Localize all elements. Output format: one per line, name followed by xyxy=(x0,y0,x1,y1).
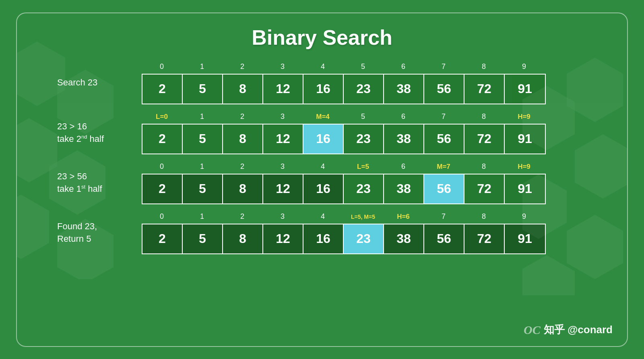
cell-2-8: 72 xyxy=(464,174,505,203)
cell-0-5: 23 xyxy=(344,75,384,104)
cell-1-1: 5 xyxy=(183,125,223,154)
content-area: Search 23 0 1 2 3 4 5 6 7 8 9 2 5 8 xyxy=(33,62,611,254)
index-3-2: 2 xyxy=(222,212,262,222)
index-0-2: 2 xyxy=(222,62,262,72)
cell-0-6: 38 xyxy=(384,75,424,104)
index-0-3: 3 xyxy=(262,62,303,72)
row-label-3: Found 23,Return 5 xyxy=(57,220,130,245)
index-2-1: 1 xyxy=(182,162,222,172)
index-0-8: 8 xyxy=(464,62,504,72)
cell-3-2: 8 xyxy=(223,224,263,253)
cell-1-3: 12 xyxy=(263,125,303,154)
index-3-6: H=6 xyxy=(383,212,423,222)
cell-0-8: 72 xyxy=(464,75,505,104)
svg-text:OC: OC xyxy=(524,323,541,336)
index-1-7: 7 xyxy=(423,112,464,122)
watermark: OC 知乎 @conard xyxy=(523,321,613,339)
cell-2-0: 2 xyxy=(142,174,183,203)
cell-1-2: 8 xyxy=(223,125,263,154)
row-group-1: 23 > 16take 2nd half L=0 1 2 3 M=4 5 6 7… xyxy=(57,112,546,154)
index-1-1: 1 xyxy=(182,112,222,122)
index-0-4: 4 xyxy=(303,62,343,72)
cell-3-1: 5 xyxy=(183,224,223,253)
cell-3-5: 23 xyxy=(344,224,384,253)
cell-2-2: 8 xyxy=(223,174,263,203)
index-3-3: 3 xyxy=(262,212,303,222)
index-3-8: 8 xyxy=(464,212,504,222)
index-2-9: H=9 xyxy=(504,162,544,172)
cells-row-1: 2 5 8 12 16 23 38 56 72 91 xyxy=(142,124,546,154)
index-2-2: 2 xyxy=(222,162,262,172)
svg-marker-11 xyxy=(522,255,575,295)
cell-3-8: 72 xyxy=(464,224,505,253)
index-0-9: 9 xyxy=(504,62,544,72)
index-2-7: M=7 xyxy=(423,162,464,172)
row-label-2: 23 > 56take 1st half xyxy=(57,170,130,195)
index-3-9: 9 xyxy=(504,212,544,222)
index-1-4: M=4 xyxy=(303,112,343,122)
index-1-8: 8 xyxy=(464,112,504,122)
cell-2-7: 56 xyxy=(424,174,464,203)
cell-1-9: 91 xyxy=(505,125,545,154)
index-1-9: H=9 xyxy=(504,112,544,122)
cell-0-2: 8 xyxy=(223,75,263,104)
index-2-0: 0 xyxy=(142,162,182,172)
index-row-0: 0 1 2 3 4 5 6 7 8 9 xyxy=(142,62,546,72)
array-block-3: 0 1 2 3 4 L=5, M=5 H=6 7 8 9 2 5 8 12 16 xyxy=(142,212,546,254)
row-label-1: 23 > 16take 2nd half xyxy=(57,120,130,145)
cell-1-7: 56 xyxy=(424,125,464,154)
cells-row-3: 2 5 8 12 16 23 38 56 72 91 xyxy=(142,224,546,254)
cell-1-6: 38 xyxy=(384,125,424,154)
index-3-7: 7 xyxy=(423,212,464,222)
cell-3-9: 91 xyxy=(505,224,545,253)
index-row-3: 0 1 2 3 4 L=5, M=5 H=6 7 8 9 xyxy=(142,212,546,222)
index-1-6: 6 xyxy=(383,112,423,122)
cell-2-3: 12 xyxy=(263,174,303,203)
cell-0-9: 91 xyxy=(505,75,545,104)
index-0-0: 0 xyxy=(142,62,182,72)
index-2-6: 6 xyxy=(383,162,423,172)
index-0-5: 5 xyxy=(343,62,383,72)
cell-1-0: 2 xyxy=(142,125,183,154)
index-3-1: 1 xyxy=(182,212,222,222)
index-2-8: 8 xyxy=(464,162,504,172)
index-1-3: 3 xyxy=(262,112,303,122)
cell-3-7: 56 xyxy=(424,224,464,253)
cell-0-7: 56 xyxy=(424,75,464,104)
index-3-0: 0 xyxy=(142,212,182,222)
cell-2-1: 5 xyxy=(183,174,223,203)
cell-3-0: 2 xyxy=(142,224,183,253)
index-1-5: 5 xyxy=(343,112,383,122)
cells-row-0: 2 5 8 12 16 23 38 56 72 91 xyxy=(142,74,546,104)
watermark-text: 知乎 @conard xyxy=(544,323,613,337)
page-title: Binary Search xyxy=(252,25,392,50)
row-group-0: Search 23 0 1 2 3 4 5 6 7 8 9 2 5 8 xyxy=(57,62,546,104)
index-2-5: L=5 xyxy=(343,162,383,172)
cell-2-5: 23 xyxy=(344,174,384,203)
cell-3-4: 16 xyxy=(303,224,344,253)
cell-0-1: 5 xyxy=(183,75,223,104)
cell-0-4: 16 xyxy=(303,75,344,104)
row-group-3: Found 23,Return 5 0 1 2 3 4 L=5, M=5 H=6… xyxy=(57,212,546,254)
row-group-2: 23 > 56take 1st half 0 1 2 3 4 L=5 6 M=7… xyxy=(57,162,546,204)
index-2-4: 4 xyxy=(303,162,343,172)
index-1-2: 2 xyxy=(222,112,262,122)
index-2-3: 3 xyxy=(262,162,303,172)
array-block-2: 0 1 2 3 4 L=5 6 M=7 8 H=9 2 5 8 12 16 xyxy=(142,162,546,204)
array-block-0: 0 1 2 3 4 5 6 7 8 9 2 5 8 12 16 xyxy=(142,62,546,104)
index-3-5: L=5, M=5 xyxy=(343,212,383,222)
index-3-4: 4 xyxy=(303,212,343,222)
cell-0-0: 2 xyxy=(142,75,183,104)
cell-2-6: 38 xyxy=(384,174,424,203)
index-0-1: 1 xyxy=(182,62,222,72)
cell-2-4: 16 xyxy=(303,174,344,203)
cell-1-8: 72 xyxy=(464,125,505,154)
main-card: Binary Search Search 23 0 1 2 3 4 5 6 7 … xyxy=(16,12,628,347)
cell-3-6: 38 xyxy=(384,224,424,253)
index-row-1: L=0 1 2 3 M=4 5 6 7 8 H=9 xyxy=(142,112,546,122)
row-label-0: Search 23 xyxy=(57,77,130,89)
cell-0-3: 12 xyxy=(263,75,303,104)
index-1-0: L=0 xyxy=(142,112,182,122)
array-block-1: L=0 1 2 3 M=4 5 6 7 8 H=9 2 5 8 12 16 xyxy=(142,112,546,154)
cell-2-9: 91 xyxy=(505,174,545,203)
